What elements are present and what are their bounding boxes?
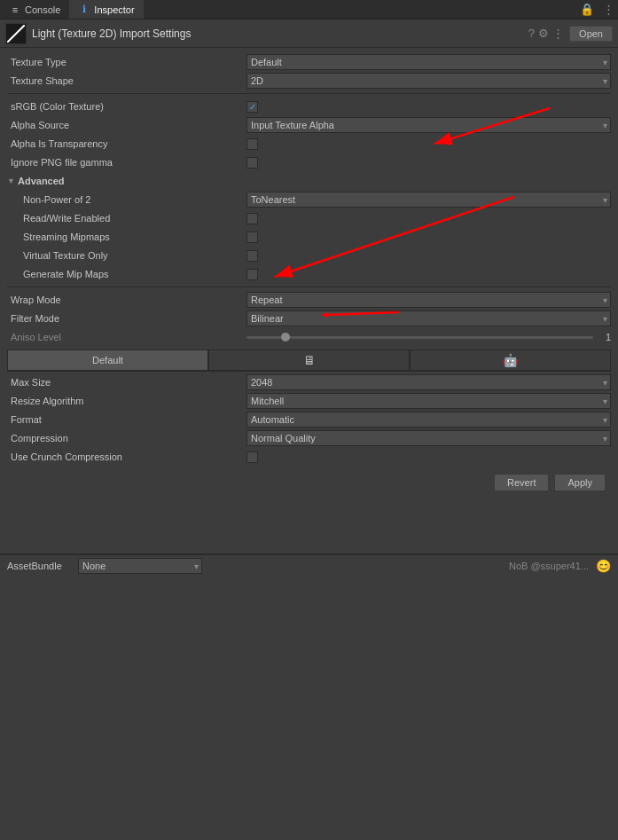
non-power2-label: Non-Power of 2 xyxy=(7,194,246,205)
streaming-mipmaps-label: Streaming Mipmaps xyxy=(7,232,246,242)
aniso-level-slider-wrap: 1 xyxy=(246,332,611,342)
alpha-source-dropdown-wrap: Input Texture Alpha xyxy=(246,117,611,133)
max-size-dropdown[interactable]: 2048 xyxy=(246,374,611,390)
texture-shape-row: Texture Shape 2D xyxy=(7,72,611,90)
format-dropdown[interactable]: Automatic xyxy=(246,412,611,428)
aniso-level-value: 1 xyxy=(597,332,611,342)
non-power2-dropdown[interactable]: ToNearest xyxy=(246,192,611,208)
virtual-texture-checkbox[interactable] xyxy=(246,250,258,262)
format-row: Format Automatic xyxy=(7,411,611,428)
wrap-mode-label: Wrap Mode xyxy=(7,294,246,305)
tab-inspector-label: Inspector xyxy=(94,4,134,15)
alpha-transparency-label: Alpha Is Transparency xyxy=(7,138,246,149)
streaming-mipmaps-row: Streaming Mipmaps xyxy=(7,228,611,246)
texture-shape-dropdown-wrap: 2D xyxy=(246,73,611,89)
platform-tab-android[interactable]: 🤖 xyxy=(410,349,611,371)
filter-mode-label: Filter Mode xyxy=(7,313,246,324)
apply-button[interactable]: Apply xyxy=(554,474,606,491)
texture-icon xyxy=(5,23,27,44)
texture-shape-dropdown[interactable]: 2D xyxy=(246,73,611,89)
resize-algorithm-label: Resize Algorithm xyxy=(7,396,246,406)
lock-icon[interactable]: 🔒 xyxy=(575,3,599,16)
advanced-arrow: ▼ xyxy=(7,177,18,185)
advanced-section-header[interactable]: ▼ Advanced xyxy=(7,172,611,190)
non-power2-row: Non-Power of 2 ToNearest xyxy=(7,191,611,208)
texture-type-label: Texture Type xyxy=(7,57,246,67)
alpha-source-dropdown[interactable]: Input Texture Alpha xyxy=(246,117,611,133)
wrap-mode-dropdown-wrap: Repeat xyxy=(246,292,611,308)
inspector-title: Light (Texture 2D) Import Settings xyxy=(32,27,523,40)
alpha-transparency-row: Alpha Is Transparency xyxy=(7,135,611,153)
use-crunch-row: Use Crunch Compression xyxy=(7,448,611,466)
filter-mode-row: Filter Mode Bilinear xyxy=(7,310,611,327)
format-label: Format xyxy=(7,414,246,425)
aniso-level-slider-thumb[interactable] xyxy=(281,333,290,341)
alpha-source-label: Alpha Source xyxy=(7,120,246,130)
platform-tab-default-label: Default xyxy=(92,355,123,365)
virtual-texture-row: Virtual Texture Only xyxy=(7,247,611,264)
resize-algorithm-row: Resize Algorithm Mitchell xyxy=(7,392,611,410)
android-icon: 🤖 xyxy=(503,353,518,367)
smiley-icon: 😊 xyxy=(596,559,611,573)
settings-scroll-area: Texture Type Default Texture Shape 2D xyxy=(0,48,618,576)
aniso-level-row: Aniso Level 1 xyxy=(7,328,611,346)
srgb-checkbox[interactable]: ✓ xyxy=(246,101,258,113)
read-write-label: Read/Write Enabled xyxy=(7,213,246,224)
read-write-checkbox[interactable] xyxy=(246,213,258,224)
inspector-icon-tab: ℹ xyxy=(78,4,90,16)
inspector-header: Light (Texture 2D) Import Settings ? ⚙ ⋮… xyxy=(0,20,618,48)
aniso-level-slider-track[interactable] xyxy=(246,336,593,339)
alpha-source-row: Alpha Source Input Texture Alpha xyxy=(7,116,611,134)
platform-tabs: Default 🖥 🤖 xyxy=(7,349,611,372)
help-icon[interactable]: ? xyxy=(528,27,535,40)
texture-shape-label: Texture Shape xyxy=(7,75,246,86)
texture-type-dropdown[interactable]: Default xyxy=(246,54,611,70)
tab-inspector[interactable]: ℹ Inspector xyxy=(69,0,143,19)
max-size-label: Max Size xyxy=(7,377,246,388)
tab-bar: ≡ Console ℹ Inspector 🔒 ⋮ xyxy=(0,0,618,20)
revert-button[interactable]: Revert xyxy=(494,474,549,491)
compression-label: Compression xyxy=(7,433,246,444)
asset-right: NoB @ssuper41... 😊 xyxy=(509,559,611,573)
format-dropdown-wrap: Automatic xyxy=(246,412,611,428)
desktop-icon: 🖥 xyxy=(303,353,316,367)
srgb-label: sRGB (Color Texture) xyxy=(7,101,246,112)
generate-mipmaps-checkbox[interactable] xyxy=(246,269,258,280)
platform-tab-desktop[interactable]: 🖥 xyxy=(208,349,410,371)
compression-row: Compression Normal Quality xyxy=(7,429,611,447)
asset-bundle-dropdown[interactable]: None xyxy=(78,558,202,574)
ignore-png-checkbox[interactable] xyxy=(246,157,258,169)
use-crunch-label: Use Crunch Compression xyxy=(7,451,246,462)
wrap-mode-row: Wrap Mode Repeat xyxy=(7,291,611,309)
wrap-mode-dropdown[interactable]: Repeat xyxy=(246,292,611,308)
max-size-row: Max Size 2048 xyxy=(7,373,611,391)
texture-type-row: Texture Type Default xyxy=(7,53,611,71)
ignore-png-label: Ignore PNG file gamma xyxy=(7,157,246,168)
asset-bundle-label: AssetBundle xyxy=(7,561,78,571)
texture-type-dropdown-wrap: Default xyxy=(246,54,611,70)
asset-bundle-right-text: NoB @ssuper41... xyxy=(509,561,589,571)
empty-space xyxy=(0,500,618,553)
header-icons: ? ⚙ ⋮ xyxy=(528,27,564,40)
tab-console[interactable]: ≡ Console xyxy=(0,0,69,19)
console-icon: ≡ xyxy=(9,4,21,16)
settings-icon[interactable]: ⚙ xyxy=(538,27,549,40)
resize-algorithm-dropdown-wrap: Mitchell xyxy=(246,393,611,409)
more-options-icon[interactable]: ⋮ xyxy=(599,3,618,16)
max-size-dropdown-wrap: 2048 xyxy=(246,374,611,390)
open-button[interactable]: Open xyxy=(569,26,613,42)
resize-algorithm-dropdown[interactable]: Mitchell xyxy=(246,393,611,409)
srgb-row: sRGB (Color Texture) ✓ xyxy=(7,98,611,115)
platform-tab-default[interactable]: Default xyxy=(7,349,208,371)
streaming-mipmaps-checkbox[interactable] xyxy=(246,232,258,243)
alpha-transparency-checkbox[interactable] xyxy=(246,138,258,150)
filter-mode-dropdown[interactable]: Bilinear xyxy=(246,310,611,326)
use-crunch-checkbox[interactable] xyxy=(246,451,258,463)
settings-content: Texture Type Default Texture Shape 2D xyxy=(0,48,618,500)
compression-dropdown[interactable]: Normal Quality xyxy=(246,430,611,446)
bottom-buttons: Revert Apply xyxy=(7,467,611,495)
asset-bundle-dropdown-wrap: None xyxy=(78,558,202,574)
aniso-level-label: Aniso Level xyxy=(7,332,246,342)
overflow-icon[interactable]: ⋮ xyxy=(552,27,564,40)
filter-mode-dropdown-wrap: Bilinear xyxy=(246,310,611,326)
